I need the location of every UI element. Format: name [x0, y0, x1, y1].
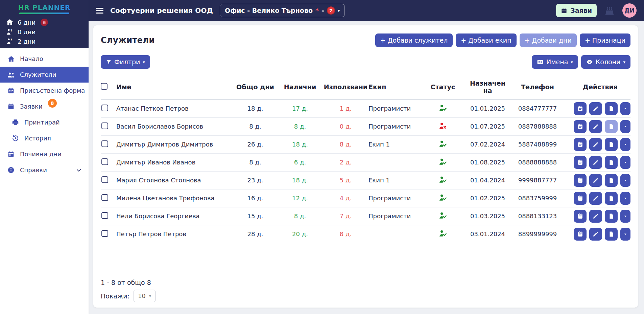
- column-header-total-days: Общо дни: [233, 76, 277, 99]
- table-row: Нели Борисова Георгиева 15 д. 8 д. 7 д. …: [101, 207, 630, 225]
- counter-home: 6 дни 6: [0, 18, 89, 27]
- requests-button[interactable]: Заяви: [556, 4, 597, 17]
- row-more-button[interactable]: [620, 192, 630, 205]
- printer-icon: [11, 119, 20, 126]
- edit-button[interactable]: [589, 138, 602, 151]
- sidebar-item-holidays[interactable]: Почивни дни: [0, 146, 89, 162]
- person-check-icon: [438, 193, 447, 202]
- edit-button[interactable]: [589, 102, 602, 115]
- hired-date: 01.04.2024: [467, 171, 509, 189]
- counter-exclaim-label: 2 дни: [18, 38, 35, 45]
- filters-button[interactable]: Филтри ▾: [101, 55, 150, 69]
- add-attributes-button[interactable]: + Признаци: [580, 33, 630, 47]
- document-button[interactable]: [605, 228, 618, 241]
- add-team-button[interactable]: + Добави екип: [456, 33, 516, 47]
- add-days-button[interactable]: + Добави дни: [520, 33, 577, 47]
- edit-button[interactable]: [589, 174, 602, 187]
- card-header: Служители + Добави служител + Добави еки…: [101, 33, 630, 47]
- edit-button[interactable]: [589, 228, 602, 241]
- edit-button[interactable]: [589, 192, 602, 205]
- users-icon: [7, 71, 15, 79]
- edit-button[interactable]: [589, 156, 602, 169]
- employee-name: Димитър Димитров Димитров: [116, 135, 233, 153]
- attendance-button[interactable]: [574, 174, 587, 187]
- attendance-button[interactable]: [574, 156, 587, 169]
- document-button[interactable]: [605, 120, 618, 133]
- total-days: 28 д.: [233, 225, 277, 243]
- table-row: Петър Петров Петров 28 д. 20 д. 8 д. 03.…: [101, 225, 630, 243]
- counter-exclaim: ! 2 дни: [0, 37, 89, 46]
- row-checkbox[interactable]: [101, 105, 108, 111]
- svg-text:!: !: [11, 38, 12, 42]
- used-days: 8 д.: [323, 225, 368, 243]
- document-button[interactable]: [605, 192, 618, 205]
- sidebar-item-history[interactable]: История: [0, 130, 89, 146]
- sidebar-item-home[interactable]: Начало: [0, 51, 89, 67]
- row-checkbox[interactable]: [101, 122, 108, 129]
- add-employee-button[interactable]: + Добави служител: [375, 33, 453, 47]
- phone: 0888888888: [509, 153, 566, 171]
- row-more-button[interactable]: [620, 156, 630, 169]
- attendance-button[interactable]: [574, 210, 587, 223]
- caret-down-icon: ▾: [571, 60, 573, 64]
- available-days: 8 д.: [277, 207, 323, 225]
- row-more-button[interactable]: [620, 102, 630, 115]
- row-more-button[interactable]: [620, 228, 630, 241]
- row-checkbox[interactable]: [101, 158, 108, 165]
- counter-home-badge: 6: [41, 19, 48, 26]
- select-all-checkbox[interactable]: [101, 83, 108, 90]
- sidebar: HR PLANNER 6 дни 6 ? 0 дни ! 2 дни Начал…: [0, 0, 89, 314]
- total-days: 23 д.: [233, 171, 277, 189]
- office-label: Офис - Велико Търново: [225, 7, 313, 14]
- document-button[interactable]: [605, 102, 618, 115]
- team: Програмисти: [368, 207, 419, 225]
- row-checkbox[interactable]: [101, 140, 108, 147]
- attendance-button[interactable]: [574, 102, 587, 115]
- id-card-icon: [537, 59, 544, 65]
- row-checkbox[interactable]: [101, 212, 108, 219]
- logo-text: HR PLANNER: [18, 3, 71, 12]
- sidebar-item-employees[interactable]: Служители: [0, 67, 89, 83]
- attendance-button[interactable]: [574, 192, 587, 205]
- header-buttons: + Добави служител + Добави екип + Добави…: [375, 33, 630, 47]
- document-button[interactable]: [605, 156, 618, 169]
- home-icon: [7, 55, 15, 63]
- hamburger-menu-icon[interactable]: [96, 8, 103, 14]
- sidebar-item-print[interactable]: Принтирай: [0, 114, 89, 130]
- row-checkbox[interactable]: [101, 176, 108, 183]
- birthday-cake-icon[interactable]: [604, 5, 615, 16]
- attendance-button[interactable]: [574, 120, 587, 133]
- edit-button[interactable]: [589, 120, 602, 133]
- attendance-button[interactable]: [574, 228, 587, 241]
- team: Екип 1: [368, 135, 419, 153]
- used-days: 8 д.: [323, 135, 368, 153]
- row-more-button[interactable]: [620, 120, 630, 133]
- avatar[interactable]: ДИ: [622, 3, 637, 18]
- row-checkbox[interactable]: [101, 230, 108, 237]
- phone: 0888133123: [509, 207, 566, 225]
- column-header-hired: Назначен на: [467, 76, 509, 99]
- columns-button[interactable]: Колони ▾: [581, 55, 630, 69]
- names-button[interactable]: Имена ▾: [532, 55, 578, 69]
- document-button[interactable]: [605, 210, 618, 223]
- total-days: 15 д.: [233, 207, 277, 225]
- phone: 0884777777: [509, 99, 566, 117]
- column-header-actions: Действия: [566, 76, 630, 99]
- document-button[interactable]: [605, 174, 618, 187]
- row-more-button[interactable]: [620, 174, 630, 187]
- sidebar-item-attendance-form[interactable]: Присъствена форма: [0, 83, 89, 98]
- used-days: 1 д.: [323, 99, 368, 117]
- sidebar-item-label: Присъствена форма: [20, 87, 85, 94]
- page-size-select[interactable]: 10 ▾: [134, 290, 156, 302]
- logo[interactable]: HR PLANNER: [0, 3, 89, 14]
- edit-button[interactable]: [589, 210, 602, 223]
- row-checkbox[interactable]: [101, 194, 108, 201]
- attendance-button[interactable]: [574, 138, 587, 151]
- sidebar-item-reports[interactable]: Справки: [0, 162, 89, 178]
- total-days: 16 д.: [233, 189, 277, 207]
- row-more-button[interactable]: [620, 138, 630, 151]
- row-more-button[interactable]: [620, 210, 630, 223]
- sidebar-item-requests[interactable]: Заявки 8: [0, 98, 89, 114]
- office-selector[interactable]: Офис - Велико Търново * - 7 ▾: [220, 4, 345, 17]
- document-button[interactable]: [605, 138, 618, 151]
